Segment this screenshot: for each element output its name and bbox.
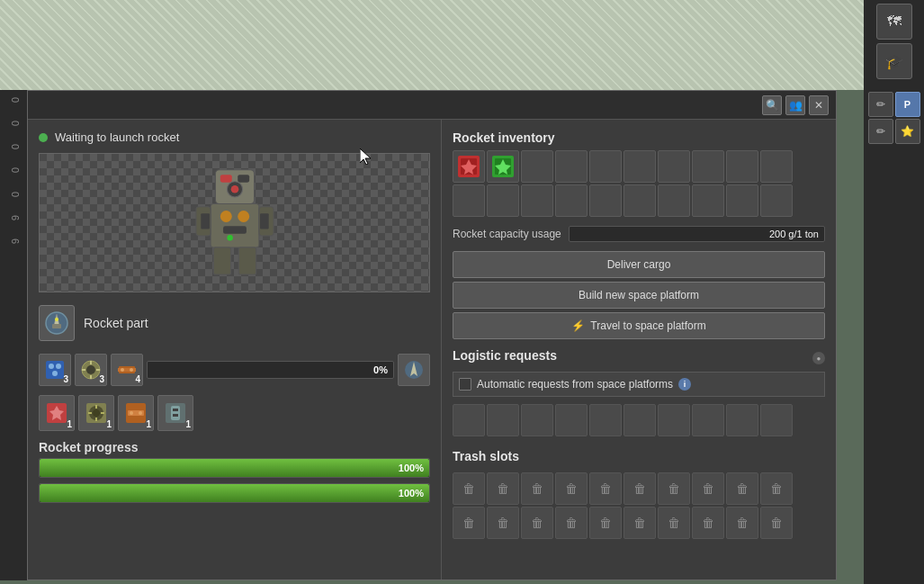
logistic-slot-3[interactable] xyxy=(521,404,553,436)
inv-slot-6[interactable] xyxy=(623,150,656,183)
logistic-slot-8[interactable] xyxy=(692,404,724,436)
trash-slot-5[interactable]: 🗑 xyxy=(589,472,622,505)
rocket-progress-bars: 100% 100% xyxy=(39,458,430,503)
trash-slot-18[interactable]: 🗑 xyxy=(692,507,724,539)
auto-request-checkbox[interactable] xyxy=(459,378,471,391)
inv-slot-13[interactable] xyxy=(521,184,553,217)
logistic-slot-10[interactable] xyxy=(760,404,793,436)
ingredient-slot-1[interactable]: 3 xyxy=(39,354,71,386)
logistic-slot-4[interactable] xyxy=(555,404,588,436)
lightning-icon: ⚡ xyxy=(571,319,585,332)
small-item-3[interactable]: 1 xyxy=(118,395,154,431)
svg-point-33 xyxy=(130,368,133,372)
inv-slot-17[interactable] xyxy=(658,184,690,217)
inv-slot-8[interactable] xyxy=(692,150,724,183)
trash-slot-19[interactable]: 🗑 xyxy=(726,507,758,539)
inv-slot-15[interactable] xyxy=(589,184,622,217)
logistic-settings-icon[interactable]: ● xyxy=(812,352,825,364)
logistic-slot-9[interactable] xyxy=(726,404,758,436)
trash-slot-9[interactable]: 🗑 xyxy=(726,472,758,505)
logistic-slot-5[interactable] xyxy=(589,404,622,436)
trash-slot-4[interactable]: 🗑 xyxy=(555,472,588,505)
small-item-2[interactable]: 1 xyxy=(78,395,114,431)
svg-rect-11 xyxy=(201,213,210,229)
deco-num-1: 0 xyxy=(10,121,21,126)
close-button[interactable]: ✕ xyxy=(809,95,829,115)
sidebar-p-btn[interactable]: P xyxy=(895,92,920,117)
trash-slot-20[interactable]: 🗑 xyxy=(760,507,793,539)
sidebar-pencil-btn[interactable]: ✏ xyxy=(868,92,893,117)
rocket-progress-title: Rocket progress xyxy=(39,440,430,454)
svg-point-23 xyxy=(52,371,58,376)
trash-slot-11[interactable]: 🗑 xyxy=(453,507,485,539)
svg-point-47 xyxy=(130,411,133,415)
svg-point-15 xyxy=(227,234,232,239)
capacity-row: Rocket capacity usage 200 g/1 ton xyxy=(453,226,825,242)
info-icon[interactable]: i xyxy=(678,378,691,391)
rocket-progress-section: Rocket progress 100% 100% xyxy=(39,440,430,503)
rocket-inventory-header: Rocket inventory xyxy=(453,130,825,145)
trash-slot-15[interactable]: 🗑 xyxy=(589,507,622,539)
rocket-progress-bar-1: 100% xyxy=(39,458,430,478)
inv-slot-19[interactable] xyxy=(726,184,758,217)
inv-slot-4[interactable] xyxy=(555,150,588,183)
trash-slot-1[interactable]: 🗑 xyxy=(453,472,485,505)
trash-slot-6[interactable]: 🗑 xyxy=(623,472,656,505)
svg-rect-3 xyxy=(211,203,259,247)
output-slot[interactable] xyxy=(398,354,430,386)
trash-slot-7[interactable]: 🗑 xyxy=(658,472,690,505)
travel-platform-button[interactable]: ⚡ Travel to space platform xyxy=(453,312,825,339)
sidebar-pencil2-btn[interactable]: ✏ xyxy=(868,119,893,144)
small-item-1[interactable]: 1 xyxy=(39,395,75,431)
build-platform-button[interactable]: Build new space platform xyxy=(453,282,825,309)
logistic-slot-1[interactable] xyxy=(453,404,485,436)
inv-slot-11[interactable] xyxy=(453,184,485,217)
logistic-slot-7[interactable] xyxy=(658,404,690,436)
sidebar-tech-btn[interactable]: 🎓 xyxy=(876,43,912,79)
trash-slot-13[interactable]: 🗑 xyxy=(521,507,553,539)
inv-slot-16[interactable] xyxy=(623,184,656,217)
craft-progress-text: 0% xyxy=(373,364,388,375)
inv-slot-green[interactable] xyxy=(487,150,519,183)
capacity-value: 200 g/1 ton xyxy=(769,229,819,239)
inv-slot-12[interactable] xyxy=(487,184,519,217)
deliver-cargo-button[interactable]: Deliver cargo xyxy=(453,251,825,278)
inv-slot-18[interactable] xyxy=(692,184,724,217)
inv-slot-20[interactable] xyxy=(760,184,793,217)
small-item-count-2: 1 xyxy=(106,419,112,429)
blueprint-button[interactable]: 👥 xyxy=(785,95,805,115)
svg-rect-50 xyxy=(171,406,180,420)
logistic-slot-6[interactable] xyxy=(623,404,656,436)
right-sidebar: 🗺 🎓 ✏ P ✏ ⭐ xyxy=(864,0,924,584)
small-item-4[interactable]: 1 xyxy=(157,395,193,431)
trash-slot-2[interactable]: 🗑 xyxy=(487,472,519,505)
ingredient-slot-2[interactable]: 3 xyxy=(75,354,107,386)
trash-slot-3[interactable]: 🗑 xyxy=(521,472,553,505)
deco-num-2: 0 xyxy=(10,144,21,149)
svg-rect-6 xyxy=(213,247,230,274)
inv-slot-14[interactable] xyxy=(555,184,588,217)
ingredient-slot-3[interactable]: 4 xyxy=(111,354,143,386)
logistic-header-row: Logistic requests ● xyxy=(453,348,825,368)
svg-rect-52 xyxy=(173,414,178,417)
trash-slot-16[interactable]: 🗑 xyxy=(623,507,656,539)
logistic-requests-header: Logistic requests xyxy=(453,348,557,363)
svg-point-9 xyxy=(238,211,249,222)
svg-rect-2 xyxy=(238,175,249,183)
inv-slot-red[interactable] xyxy=(453,150,485,183)
logistic-slot-2[interactable] xyxy=(487,404,519,436)
trash-slot-12[interactable]: 🗑 xyxy=(487,507,519,539)
trash-slot-17[interactable]: 🗑 xyxy=(658,507,690,539)
search-button[interactable]: 🔍 xyxy=(762,95,782,115)
trash-slot-14[interactable]: 🗑 xyxy=(555,507,588,539)
rocket-part-icon xyxy=(39,305,75,341)
trash-slot-10[interactable]: 🗑 xyxy=(760,472,793,505)
inv-slot-7[interactable] xyxy=(658,150,690,183)
sidebar-map-btn[interactable]: 🗺 xyxy=(876,4,912,40)
inv-slot-5[interactable] xyxy=(589,150,622,183)
inv-slot-3[interactable] xyxy=(521,150,553,183)
sidebar-star-btn[interactable]: ⭐ xyxy=(895,119,920,144)
inv-slot-10[interactable] xyxy=(760,150,793,183)
trash-slot-8[interactable]: 🗑 xyxy=(692,472,724,505)
inv-slot-9[interactable] xyxy=(726,150,758,183)
